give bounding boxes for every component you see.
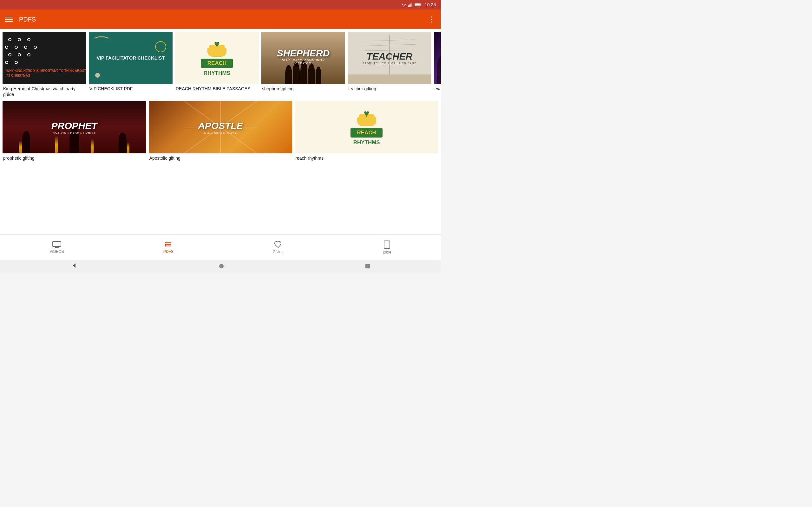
nav-item-videos[interactable]: VIDEOS	[43, 239, 70, 257]
signal-icon	[408, 3, 413, 7]
reach-rhythms-thumb: ♥ REACH RHYTHMS	[295, 101, 438, 153]
android-home-button[interactable]	[219, 264, 223, 268]
nav-item-giving[interactable]: Giving	[266, 238, 290, 257]
prophet-text-overlay: PROPHET ACTIVIST. HEART. PURITY	[51, 120, 97, 134]
card-prophetic-gifting[interactable]: PROPHET ACTIVIST. HEART. PURITY propheti…	[3, 101, 146, 161]
svg-rect-2	[410, 4, 411, 7]
reach-heart-hand-icon-2: ♥	[356, 109, 378, 126]
reach-badge-2: REACH	[351, 128, 382, 137]
card-king-herod[interactable]: WHY KING HEROD IS IMPORTANT TO THINK ABO…	[3, 32, 86, 97]
vip-text: VIP FACILITATOR CHECKLIST	[94, 55, 168, 61]
apostle-subtitle: GO. CREATE. MOVE	[198, 131, 243, 134]
evangelist-thumb: EVANGELIST GOOD NEWS. PARTY. RECRUITER	[434, 32, 441, 84]
prophet-thumb: PROPHET ACTIVIST. HEART. PURITY	[3, 101, 146, 153]
bottom-navigation: VIDEOS PDFS Giving Bible	[0, 234, 441, 260]
nav-label-bible: Bible	[383, 250, 392, 255]
vip-dot-deco	[95, 73, 100, 78]
apostle-thumb: APOSTLE GO. CREATE. MOVE	[149, 101, 293, 153]
list-icon	[165, 241, 172, 248]
card-reach-rhythms[interactable]: ♥ REACH RHYTHMS reach rhythms	[295, 101, 438, 161]
teacher-thumb: TEACHER STORYTELLER SIMPLIFIER SAGE	[348, 32, 432, 84]
card-evangelist-gifting[interactable]: EVANGELIST GOOD NEWS. PARTY. RECRUITER e…	[434, 32, 441, 97]
reach-thumb: ♥ REACH RHYTHMS	[175, 32, 259, 84]
nav-label-videos: VIDEOS	[49, 249, 64, 254]
svg-rect-3	[411, 3, 412, 7]
card-reach-rhythm-bible[interactable]: ♥ REACH RHYTHMS REACH RHYTHM BIBLE PASSA…	[175, 32, 259, 97]
tv-icon	[52, 241, 61, 248]
svg-rect-0	[408, 5, 409, 7]
shepherd-subtitle: GLUE. CARE. COMMUNITY CREATOR	[277, 58, 330, 65]
apostle-title: APOSTLE	[198, 120, 243, 131]
menu-button[interactable]	[5, 17, 13, 22]
teacher-subtitle: STORYTELLER SIMPLIFIER SAGE	[362, 62, 417, 65]
card-label-reach-rhythms: reach rhythms	[295, 155, 438, 161]
nav-label-giving: Giving	[273, 250, 284, 254]
status-bar: 10:26	[0, 0, 441, 9]
android-back-button[interactable]	[71, 262, 78, 270]
app-title: PDFS	[19, 16, 36, 23]
card-label-evangelist: evangelist gifting	[434, 86, 441, 92]
wifi-icon	[401, 3, 406, 7]
android-nav-bar	[0, 260, 441, 273]
android-recents-button[interactable]	[365, 264, 370, 268]
svg-rect-19	[53, 241, 61, 246]
card-label-teacher: teacher gifting	[348, 86, 432, 92]
card-label-prophetic: prophetic gifting	[3, 155, 146, 161]
grid-row-2: PROPHET ACTIVIST. HEART. PURITY propheti…	[3, 101, 438, 161]
reach-badge: REACH	[201, 59, 233, 68]
prophet-title: PROPHET	[51, 120, 97, 131]
svg-rect-5	[420, 4, 421, 5]
content-area: WHY KING HEROD IS IMPORTANT TO THINK ABO…	[0, 29, 441, 234]
battery-icon	[415, 3, 421, 7]
reach-heart-hand-icon: ♥	[206, 39, 228, 57]
vip-deco-wave	[94, 37, 109, 44]
book-base	[348, 74, 432, 84]
nav-item-pdfs[interactable]: PDFS	[157, 239, 180, 257]
svg-point-27	[165, 245, 166, 246]
svg-marker-30	[73, 263, 75, 268]
shepherd-title: SHEPHERD	[277, 48, 330, 58]
svg-point-26	[165, 244, 166, 245]
nav-item-bible[interactable]: Bible	[376, 238, 398, 257]
teacher-title: TEACHER	[366, 51, 412, 62]
card-label-shepherd: shepherd gifting	[261, 86, 345, 92]
shepherd-text-overlay: SHEPHERD GLUE. CARE. COMMUNITY CREATOR	[277, 48, 330, 65]
card-label-reach-bible: REACH RHYTHM BIBLE PASSAGES	[175, 86, 259, 92]
herod-overlay-text: WHY KING HEROD IS IMPORTANT TO THINK ABO…	[6, 68, 86, 78]
nav-label-pdfs: PDFS	[163, 249, 173, 254]
status-icons: 10:26	[401, 2, 436, 7]
rhythms-text: RHYTHMS	[204, 70, 230, 76]
app-bar-left: PDFS	[5, 16, 36, 23]
svg-rect-6	[415, 4, 420, 5]
apostle-text: APOSTLE GO. CREATE. MOVE	[198, 120, 243, 134]
card-shepherd-gifting[interactable]: SHEPHERD GLUE. CARE. COMMUNITY CREATOR s…	[261, 32, 345, 97]
card-vip-checklist[interactable]: VIP FACILITATOR CHECKLIST VIP CHECKLIST …	[89, 32, 172, 97]
heart-symbol: ♥	[214, 39, 220, 49]
prophet-subtitle: ACTIVIST. HEART. PURITY	[51, 131, 97, 134]
book-icon	[384, 240, 391, 249]
heart-icon	[274, 241, 282, 248]
heart-symbol-2: ♥	[364, 109, 369, 118]
app-bar: PDFS ⋮	[0, 9, 441, 29]
time-display: 10:26	[425, 2, 436, 7]
card-teacher-gifting[interactable]: TEACHER STORYTELLER SIMPLIFIER SAGE teac…	[348, 32, 432, 97]
vip-circle-deco	[155, 41, 166, 52]
grid-row-1: WHY KING HEROD IS IMPORTANT TO THINK ABO…	[3, 32, 438, 97]
shepherd-thumb: SHEPHERD GLUE. CARE. COMMUNITY CREATOR	[261, 32, 345, 84]
card-label-apostolic: Apostolic gifting	[149, 155, 293, 161]
svg-rect-1	[409, 4, 410, 7]
rhythms-text-2: RHYTHMS	[353, 139, 380, 146]
card-label-king-herod: King Herod at Christmas watch party guid…	[3, 86, 86, 97]
more-options-button[interactable]: ⋮	[427, 15, 436, 24]
svg-point-25	[165, 242, 166, 243]
evangelist-people	[434, 49, 441, 84]
card-label-vip: VIP CHECKLIST PDF	[89, 86, 172, 92]
card-apostolic-gifting[interactable]: APOSTLE GO. CREATE. MOVE Apostolic gifti…	[149, 101, 293, 161]
